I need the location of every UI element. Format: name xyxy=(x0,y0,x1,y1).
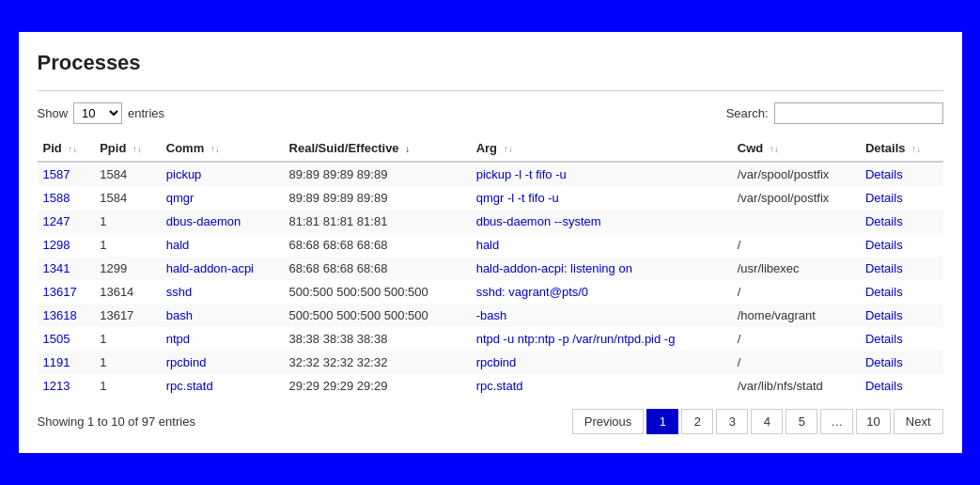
col-cwd[interactable]: Cwd ↑↓ xyxy=(732,135,860,162)
arg-link[interactable]: hald xyxy=(476,238,500,252)
pid-link[interactable]: 1213 xyxy=(43,379,70,393)
details-link[interactable]: Details xyxy=(865,355,903,369)
real-suid-cell: 89:89 89:89 89:89 xyxy=(284,186,471,210)
details-link[interactable]: Details xyxy=(865,261,903,275)
details-sort-icon: ↑↓ xyxy=(911,144,921,154)
table-row: 1361813617bash500:500 500:500 500:500-ba… xyxy=(38,304,943,327)
col-ppid[interactable]: Ppid ↑↓ xyxy=(94,135,161,162)
comm-link[interactable]: rpcbind xyxy=(166,355,207,369)
cwd-cell: / xyxy=(732,327,860,351)
pid-link[interactable]: 1505 xyxy=(43,332,70,346)
cwd-cell: / xyxy=(732,233,860,257)
page-10-button[interactable]: 10 xyxy=(856,409,890,434)
arg-link[interactable]: sshd: vagrant@pts/0 xyxy=(476,285,588,299)
entries-select[interactable]: 102550100 xyxy=(73,102,122,124)
real-suid-cell: 32:32 32:32 32:32 xyxy=(284,351,471,374)
table-row: 12471dbus-daemon81:81 81:81 81:81dbus-da… xyxy=(38,210,943,233)
comm-link[interactable]: bash xyxy=(166,308,193,322)
arg-link[interactable]: dbus-daemon --system xyxy=(476,214,601,228)
real-suid-sort-icon: ↓ xyxy=(405,144,410,154)
real-suid-cell: 38:38 38:38 38:38 xyxy=(284,327,471,351)
header-row: Pid ↑↓ Ppid ↑↓ Comm ↑↓ Real/Suid/Effecti… xyxy=(38,135,943,162)
table-row: 12981hald68:68 68:68 68:68hald/Details xyxy=(38,233,943,257)
table-row: 15881584qmgr89:89 89:89 89:89qmgr -l -t … xyxy=(38,186,943,210)
cwd-cell xyxy=(732,210,860,233)
footer: Showing 1 to 10 of 97 entries Previous 1… xyxy=(38,409,943,434)
details-link[interactable]: Details xyxy=(865,214,903,228)
table-body: 15871584pickup89:89 89:89 89:89pickup -l… xyxy=(38,162,943,398)
comm-link[interactable]: dbus-daemon xyxy=(166,214,241,228)
comm-sort-icon: ↑↓ xyxy=(210,144,220,154)
previous-button[interactable]: Previous xyxy=(572,409,645,434)
search-box: Search: xyxy=(726,102,943,124)
pid-link[interactable]: 13617 xyxy=(43,285,77,299)
arg-link[interactable]: rpc.statd xyxy=(476,379,523,393)
page-5-button[interactable]: 5 xyxy=(786,409,817,434)
comm-link[interactable]: ntpd xyxy=(166,332,190,346)
pid-link[interactable]: 1588 xyxy=(43,191,70,205)
col-comm[interactable]: Comm ↑↓ xyxy=(161,135,284,162)
arg-sort-icon: ↑↓ xyxy=(504,144,513,154)
details-link[interactable]: Details xyxy=(865,285,903,299)
page-2-button[interactable]: 2 xyxy=(681,409,713,434)
show-label: Show xyxy=(38,106,69,120)
cwd-cell: /var/lib/nfs/statd xyxy=(732,374,860,398)
real-suid-cell: 81:81 81:81 81:81 xyxy=(284,210,471,233)
pid-link[interactable]: 1298 xyxy=(43,238,70,252)
page-title: Processes xyxy=(38,51,943,75)
arg-link[interactable]: qmgr -l -t fifo -u xyxy=(476,191,559,205)
comm-link[interactable]: hald-addon-acpi xyxy=(166,261,254,275)
comm-link[interactable]: pickup xyxy=(166,167,202,181)
pid-link[interactable]: 13618 xyxy=(43,308,77,322)
details-link[interactable]: Details xyxy=(865,167,903,181)
ppid-sort-icon: ↑↓ xyxy=(132,144,142,154)
details-link[interactable]: Details xyxy=(865,379,903,393)
details-link[interactable]: Details xyxy=(865,238,903,252)
arg-link[interactable]: ntpd -u ntp:ntp -p /var/run/ntpd.pid -g xyxy=(476,332,676,346)
ppid-cell: 1 xyxy=(94,233,161,257)
ppid-cell: 1584 xyxy=(94,162,161,186)
ppid-cell: 1 xyxy=(94,374,161,398)
comm-link[interactable]: sshd xyxy=(166,285,192,299)
pid-link[interactable]: 1341 xyxy=(43,261,70,275)
comm-link[interactable]: hald xyxy=(166,238,190,252)
arg-link[interactable]: rpcbind xyxy=(476,355,517,369)
real-suid-cell: 68:68 68:68 68:68 xyxy=(284,257,471,280)
page-1-button[interactable]: 1 xyxy=(646,409,678,434)
controls-bar: Show 102550100 entries Search: xyxy=(38,102,943,124)
cwd-cell: / xyxy=(732,280,860,304)
cwd-cell: / xyxy=(732,351,860,374)
col-details[interactable]: Details ↑↓ xyxy=(860,135,943,162)
comm-link[interactable]: rpc.statd xyxy=(166,379,213,393)
arg-link[interactable]: hald-addon-acpi: listening on xyxy=(476,261,632,275)
pid-link[interactable]: 1587 xyxy=(43,167,70,181)
col-pid[interactable]: Pid ↑↓ xyxy=(38,135,95,162)
comm-link[interactable]: qmgr xyxy=(166,191,194,205)
cwd-cell: /usr/libexec xyxy=(732,257,860,280)
main-container: Processes Show 102550100 entries Search:… xyxy=(16,29,965,456)
next-button[interactable]: Next xyxy=(894,409,943,434)
arg-link[interactable]: -bash xyxy=(476,308,507,322)
page-3-button[interactable]: 3 xyxy=(716,409,748,434)
table-row: 1361713614sshd500:500 500:500 500:500ssh… xyxy=(38,280,943,304)
search-input[interactable] xyxy=(774,102,943,124)
cwd-cell: /var/spool/postfix xyxy=(732,186,860,210)
pid-link[interactable]: 1191 xyxy=(43,355,70,369)
table-row: 13411299hald-addon-acpi68:68 68:68 68:68… xyxy=(38,257,943,280)
table-row: 12131rpc.statd29:29 29:29 29:29rpc.statd… xyxy=(38,374,943,398)
page-ellipsis-button[interactable]: … xyxy=(820,409,853,434)
details-link[interactable]: Details xyxy=(865,191,903,205)
pid-link[interactable]: 1247 xyxy=(43,214,70,228)
col-real-suid[interactable]: Real/Suid/Effective ↓ xyxy=(284,135,471,162)
ppid-cell: 13617 xyxy=(94,304,161,327)
col-arg[interactable]: Arg ↑↓ xyxy=(471,135,732,162)
table-row: 15051ntpd38:38 38:38 38:38ntpd -u ntp:nt… xyxy=(38,327,943,351)
cwd-cell: /var/spool/postfix xyxy=(732,162,860,186)
details-link[interactable]: Details xyxy=(865,332,903,346)
search-label: Search: xyxy=(726,106,769,120)
table-row: 15871584pickup89:89 89:89 89:89pickup -l… xyxy=(38,162,943,186)
real-suid-cell: 500:500 500:500 500:500 xyxy=(284,304,471,327)
arg-link[interactable]: pickup -l -t fifo -u xyxy=(476,167,567,181)
page-4-button[interactable]: 4 xyxy=(751,409,783,434)
details-link[interactable]: Details xyxy=(865,308,903,322)
